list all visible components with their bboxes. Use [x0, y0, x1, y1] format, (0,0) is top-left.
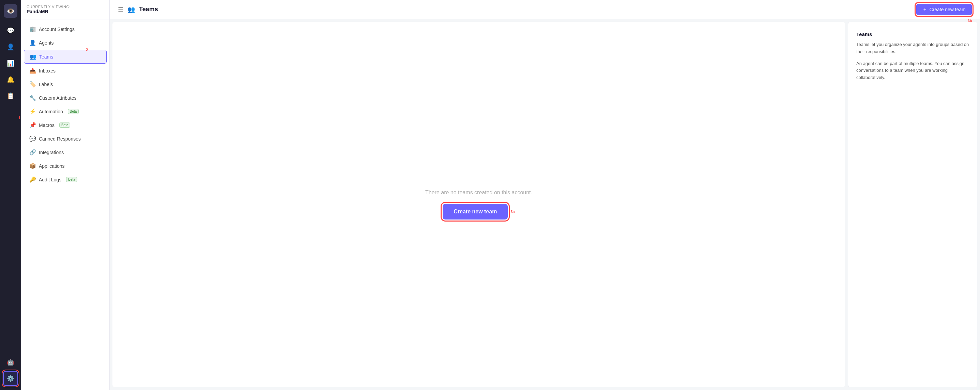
- sidebar-item-label: Labels: [39, 82, 53, 87]
- audit-logs-icon: 🔑: [29, 176, 35, 183]
- notifications-icon: 🔔: [7, 76, 14, 83]
- create-team-topbar-label: Create new team: [929, 7, 966, 12]
- agents-icon: 👤: [29, 40, 35, 46]
- sidebar-item-canned-responses[interactable]: 💬 Canned Responses: [24, 132, 107, 145]
- automation-beta-badge: Beta: [68, 109, 79, 114]
- empty-message: There are no teams created on this accou…: [425, 190, 532, 196]
- sidebar-item-label: Agents: [39, 40, 54, 46]
- macros-icon: 📌: [29, 122, 35, 128]
- sidebar-item-notifications[interactable]: 🔔: [3, 72, 18, 87]
- plus-icon: ＋: [923, 6, 927, 13]
- teams-icon: 👥: [30, 54, 36, 60]
- icon-bar: 👁️ 💬 👤 📊 🔔 📋 🤖 ⚙️: [0, 0, 21, 390]
- audit-logs-beta-badge: Beta: [66, 177, 77, 182]
- sidebar: Currently viewing: PandaMR 🏢 Account Set…: [21, 0, 110, 390]
- reports-icon: 📊: [7, 60, 14, 67]
- contacts-icon: 👤: [7, 43, 14, 51]
- create-new-team-topbar-button[interactable]: ＋ Create new team: [916, 4, 972, 15]
- currently-viewing-label: Currently viewing:: [27, 5, 104, 9]
- sidebar-item-label: Teams: [39, 54, 53, 60]
- sidebar-item-integrations[interactable]: 🔗 Integrations: [24, 146, 107, 159]
- main-panel: There are no teams created on this accou…: [113, 22, 845, 387]
- bot-icon: 🤖: [7, 358, 14, 366]
- sidebar-item-inboxes[interactable]: 📥 Inboxes: [24, 64, 107, 77]
- account-settings-icon: 🏢: [29, 26, 35, 32]
- logo-icon: 👁️: [6, 7, 15, 15]
- sidebar-item-custom-attributes[interactable]: 🔧 Custom Attributes: [24, 91, 107, 105]
- integrations-icon: 🔗: [29, 149, 35, 155]
- sidebar-nav: 🏢 Account Settings 👤 Agents 👥 Teams 📥 In…: [21, 19, 110, 390]
- sidebar-item-notes[interactable]: 📋: [3, 89, 18, 103]
- menu-icon[interactable]: ☰: [118, 6, 123, 13]
- annotation-2: 2: [86, 48, 88, 52]
- sidebar-item-label: Integrations: [39, 150, 64, 155]
- sidebar-item-bot[interactable]: 🤖: [3, 355, 18, 369]
- info-panel: Teams Teams let you organize your agents…: [848, 22, 977, 387]
- automation-icon: ⚡: [29, 108, 35, 115]
- sidebar-item-account-settings[interactable]: 🏢 Account Settings: [24, 22, 107, 36]
- annotation-1: 1: [18, 116, 21, 120]
- info-panel-paragraph2: An agent can be part of multiple teams. …: [856, 60, 969, 81]
- info-panel-title: Teams: [856, 31, 969, 37]
- sidebar-item-conversations[interactable]: 💬: [3, 23, 18, 38]
- sidebar-item-teams[interactable]: 👥 Teams: [24, 50, 107, 63]
- sidebar-item-macros[interactable]: 📌 Macros Beta: [24, 119, 107, 132]
- sidebar-item-applications[interactable]: 📦 Applications: [24, 159, 107, 173]
- sidebar-item-label: Macros: [39, 122, 54, 128]
- sidebar-item-label: Canned Responses: [39, 136, 81, 141]
- settings-icon: ⚙️: [7, 375, 14, 382]
- canned-responses-icon: 💬: [29, 135, 35, 142]
- custom-attributes-icon: 🔧: [29, 95, 35, 101]
- sidebar-item-settings[interactable]: ⚙️: [3, 371, 18, 386]
- info-panel-paragraph1: Teams let you organize your agents into …: [856, 41, 969, 55]
- conversations-icon: 💬: [7, 27, 14, 34]
- topbar-wrapper: ☰ 👥 Teams ＋ Create new team 3b: [110, 0, 980, 19]
- sidebar-item-automation[interactable]: ⚡ Automation Beta: [24, 105, 107, 118]
- topbar-left: ☰ 👥 Teams: [118, 6, 158, 13]
- labels-icon: 🏷️: [29, 81, 35, 87]
- sidebar-item-labels[interactable]: 🏷️ Labels: [24, 78, 107, 91]
- notes-icon: 📋: [7, 92, 14, 100]
- sidebar-item-label: Inboxes: [39, 68, 56, 73]
- sidebar-item-contacts[interactable]: 👤: [3, 40, 18, 54]
- sidebar-header: Currently viewing: PandaMR: [21, 0, 110, 19]
- sidebar-item-reports[interactable]: 📊: [3, 56, 18, 71]
- sidebar-item-label: Account Settings: [39, 27, 75, 32]
- inboxes-icon: 📥: [29, 67, 35, 74]
- app-logo: 👁️: [4, 4, 18, 18]
- sidebar-item-label: Applications: [39, 163, 65, 169]
- topbar-title: Teams: [139, 6, 158, 13]
- sidebar-item-agents[interactable]: 👤 Agents: [24, 36, 107, 49]
- sidebar-item-label: Automation: [39, 109, 63, 114]
- topbar-teams-icon: 👥: [127, 6, 135, 13]
- topbar: ☰ 👥 Teams ＋ Create new team: [110, 0, 980, 19]
- macros-beta-badge: Beta: [59, 122, 70, 128]
- create-new-team-center-button[interactable]: Create new team: [442, 204, 508, 219]
- applications-icon: 📦: [29, 163, 35, 169]
- sidebar-item-audit-logs[interactable]: 🔑 Audit Logs Beta: [24, 173, 107, 186]
- sidebar-item-label: Custom Attributes: [39, 95, 77, 101]
- main: ☰ 👥 Teams ＋ Create new team 3b There are…: [110, 0, 980, 390]
- content: There are no teams created on this accou…: [110, 19, 980, 390]
- annotation-3a: 3a: [511, 209, 514, 214]
- sidebar-item-label: Audit Logs: [39, 177, 61, 182]
- org-name: PandaMR: [27, 9, 104, 14]
